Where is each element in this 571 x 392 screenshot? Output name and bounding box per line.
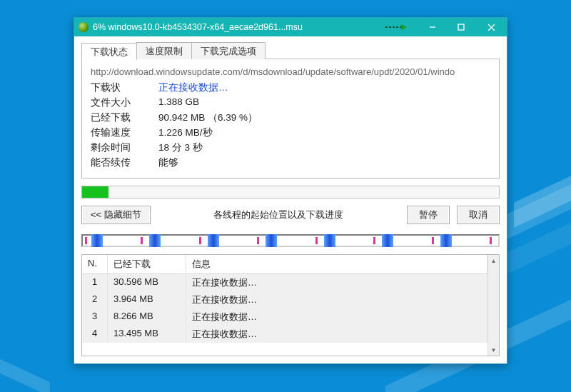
- table-cell-downloaded[interactable]: 30.596 MB: [108, 274, 186, 291]
- download-url: http://download.windowsupdate.com/d/msdo…: [91, 66, 490, 77]
- table-cell-n[interactable]: 4: [82, 326, 108, 343]
- segment-tick: [432, 237, 434, 244]
- segment-mark: [440, 234, 452, 247]
- pause-button[interactable]: 暂停: [407, 206, 450, 224]
- table-scrollbar[interactable]: ▲ ▼: [487, 255, 499, 356]
- segment-tick: [315, 237, 318, 244]
- titlebar-arrow-icon: [385, 24, 407, 31]
- segment-mark: [149, 234, 161, 247]
- segment-mark: [91, 234, 103, 247]
- maximize-button[interactable]: [447, 18, 475, 36]
- resume-label: 能否续传: [91, 156, 158, 169]
- status-label: 下载状: [91, 81, 158, 94]
- threads-table: N. 已经下载 信息 130.596 MB正在接收数据…23.964 MB正在接…: [81, 254, 500, 356]
- filesize-label: 文件大小: [91, 96, 158, 109]
- speed-value: 1.226 MB/秒: [158, 126, 490, 139]
- segment-tick: [257, 237, 259, 244]
- segment-mark: [266, 234, 277, 247]
- cancel-button[interactable]: 取消: [457, 206, 500, 224]
- filesize-value: 1.388 GB: [158, 96, 490, 109]
- segment-tick: [373, 237, 375, 244]
- tab-strip: 下载状态 速度限制 下载完成选项: [81, 42, 500, 59]
- speed-label: 传输速度: [91, 126, 158, 139]
- table-cell-downloaded[interactable]: 8.266 MB: [108, 308, 186, 326]
- downloaded-value: 90.942 MB （6.39 %）: [158, 111, 490, 124]
- table-cell-downloaded[interactable]: 13.495 MB: [108, 326, 186, 343]
- tab-speed-limit[interactable]: 速度限制: [136, 42, 192, 59]
- resume-value: 能够: [158, 156, 490, 169]
- segment-mark: [382, 234, 393, 247]
- table-cell-n[interactable]: 3: [82, 308, 108, 326]
- table-cell-info[interactable]: 正在接收数据…: [186, 291, 487, 308]
- status-value: 正在接收数据…: [158, 81, 490, 94]
- svg-rect-2: [458, 24, 464, 30]
- table-cell-n[interactable]: 1: [82, 274, 108, 291]
- progress-bar: [81, 186, 500, 198]
- segment-tick: [85, 237, 87, 244]
- col-downloaded[interactable]: 已经下载: [108, 255, 186, 274]
- col-n[interactable]: N.: [82, 255, 108, 274]
- segment-bar: [81, 234, 500, 247]
- close-button[interactable]: [475, 18, 507, 36]
- segment-mark: [324, 234, 335, 247]
- table-cell-n[interactable]: 2: [82, 291, 108, 308]
- download-dialog: 6% windows10.0-kb4534307-x64_aecae2d961.…: [74, 17, 507, 364]
- scroll-down-icon[interactable]: ▼: [488, 344, 499, 356]
- app-icon: [79, 22, 89, 32]
- scroll-up-icon[interactable]: ▲: [488, 255, 499, 266]
- progress-fill: [82, 186, 108, 198]
- status-panel: http://download.windowsupdate.com/d/msdo…: [81, 59, 500, 179]
- segment-tick: [199, 237, 201, 244]
- table-cell-info[interactable]: 正在接收数据…: [186, 326, 487, 343]
- minimize-button[interactable]: [418, 18, 447, 36]
- segment-mark: [208, 234, 219, 247]
- titlebar[interactable]: 6% windows10.0-kb4534307-x64_aecae2d961.…: [74, 18, 507, 36]
- hide-details-button[interactable]: << 隐藏细节: [81, 206, 151, 224]
- threads-caption: 各线程的起始位置以及下载进度: [213, 208, 343, 221]
- remaining-value: 18 分 3 秒: [158, 141, 490, 154]
- window-title: 6% windows10.0-kb4534307-x64_aecae2d961.…: [93, 22, 418, 32]
- downloaded-label: 已经下载: [91, 111, 158, 124]
- segment-tick: [490, 237, 492, 244]
- table-cell-info[interactable]: 正在接收数据…: [186, 308, 487, 326]
- tab-download-status[interactable]: 下载状态: [81, 43, 137, 60]
- tab-on-complete[interactable]: 下载完成选项: [191, 42, 266, 59]
- table-cell-downloaded[interactable]: 3.964 MB: [108, 291, 186, 308]
- col-info[interactable]: 信息: [186, 255, 487, 274]
- segment-tick: [141, 237, 143, 244]
- remaining-label: 剩余时间: [91, 141, 158, 154]
- table-cell-info[interactable]: 正在接收数据…: [186, 274, 487, 291]
